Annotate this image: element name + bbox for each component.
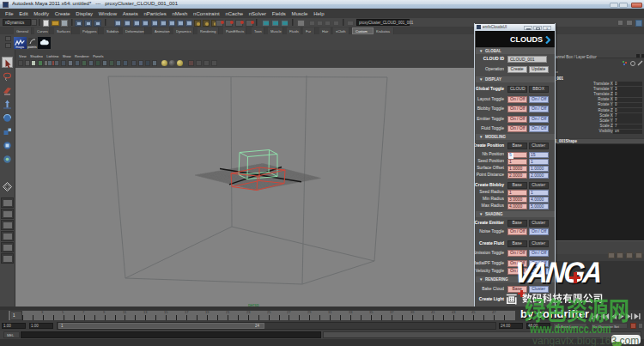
svg-text:maya: maya [15, 45, 24, 49]
